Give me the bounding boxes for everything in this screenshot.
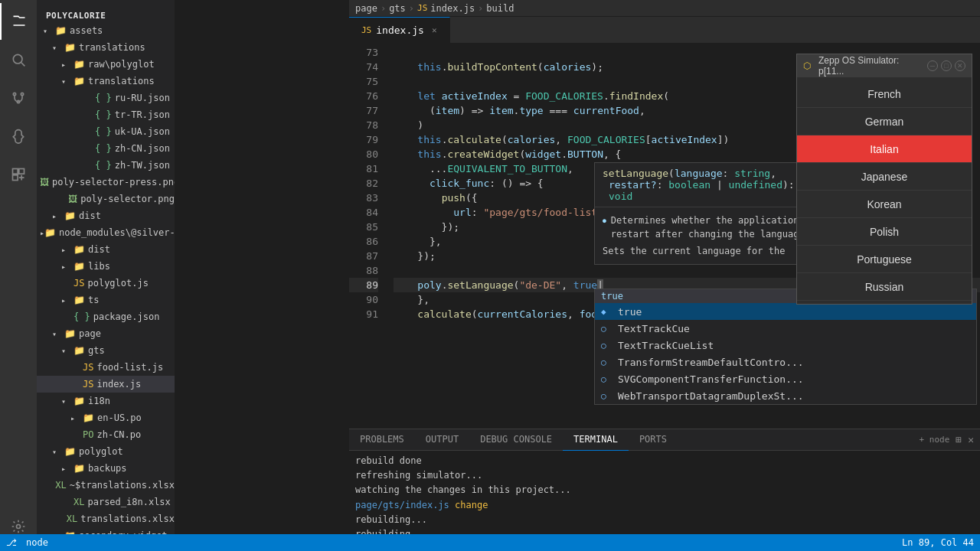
sim-lang-korean[interactable]: Korean [797,191,972,218]
tree-translations[interactable]: ▾📁translations [37,39,175,56]
sidebar-icon-extensions[interactable] [0,156,37,193]
sidebar-icons [0,0,37,551]
breadcrumb-build[interactable]: build [486,3,514,14]
sim-lang-portuguese[interactable]: Portuguese [797,246,972,273]
tree-label: translations [79,42,145,53]
tree-label: poly-selector-press.png [52,177,175,187]
tree-i18n[interactable]: ▾📁i18n [37,393,175,409]
tree-zh-CN-po[interactable]: POzh-CN.po [37,426,175,443]
tree-backups[interactable]: ▸📁backups [37,460,175,477]
tree-raw-polyglot[interactable]: ▸📁raw\polyglot [37,56,175,73]
tree-label: index.js [96,379,141,390]
sidebar-icon-files[interactable] [0,3,37,40]
svg-point-3 [21,93,23,95]
tab-problems[interactable]: PROBLEMS [349,429,415,451]
tree-label: backups [88,463,127,474]
terminal-split-icon[interactable]: ⊞ [956,434,962,445]
tree-dist[interactable]: ▸📁dist [37,207,175,224]
sim-maximize-button[interactable]: □ [941,60,952,71]
ac-header-label: true [601,291,623,302]
ac-text-svg: SVGComponentTransferFunction... [618,373,804,385]
tab-close-icon[interactable]: ✕ [432,25,437,35]
ac-item-texttrackl[interactable]: ○ TextTrackCueList [595,337,976,354]
terminal-close-icon[interactable]: ✕ [968,434,974,445]
tree-polyglot-folder[interactable]: ▾📁polyglot [37,443,175,460]
sim-lang-russian[interactable]: Russian [797,273,972,301]
tab-output[interactable]: OUTPUT [415,429,469,451]
panel-tabs: PROBLEMS OUTPUT DEBUG CONSOLE TERMINAL P… [349,429,980,451]
breadcrumb-gts[interactable]: gts [389,3,406,14]
sidebar-icon-search[interactable] [0,41,37,78]
tree-label: translations [88,76,155,86]
tree-tr-TR[interactable]: { }tr-TR.json [37,106,175,123]
tree-label: tr-TR.json [115,109,170,120]
sidebar-icon-git[interactable] [0,80,37,116]
tree-gts[interactable]: ▾📁gts [37,342,175,359]
tree-translations-xlsx[interactable]: XLtranslations.xlsx [37,510,175,527]
svg-rect-7 [13,175,18,181]
ac-item-transform[interactable]: ○ TransformStreamDefaultContro... [595,354,976,370]
ac-item-texttrack[interactable]: ○ TextTrackCue [595,320,976,337]
tree-assets[interactable]: ▾📁assets [37,22,175,39]
tab-ports[interactable]: PORTS [629,429,678,451]
breadcrumb-file[interactable]: index.js [430,3,475,14]
tree-trans-sub[interactable]: ▾📁translations [37,73,175,90]
sim-close-button[interactable]: ✕ [955,60,965,71]
tree-label: zh-TW.json [115,160,170,171]
tooltip-fn-name: setLanguage [603,168,668,179]
tree-ts[interactable]: ▸📁ts [37,292,175,308]
tree-zh-TW[interactable]: { }zh-TW.json [37,157,175,174]
sim-lang-german[interactable]: German [797,108,972,135]
sidebar-icon-debug[interactable] [0,118,37,155]
tree-poly-press[interactable]: 🖼poly-selector-press.png [37,174,175,191]
tree-label: translations.xlsx [80,514,175,524]
tab-index-js[interactable]: JS index.js ✕ [349,17,450,44]
ac-icon-texttrackl: ○ [601,341,612,350]
tree-label: food-list.js [96,362,163,373]
svg-point-2 [13,93,15,95]
project-title: POLYCALORIE [37,5,175,22]
tab-debug[interactable]: DEBUG CONSOLE [469,429,563,451]
ac-text-texttrack: TextTrackCue [618,323,690,334]
tree-en-US-po[interactable]: ▸📁en-US.po [37,409,175,426]
tree-label: uk-UA.json [115,126,170,137]
tree-package-nm[interactable]: { }package.json [37,308,175,325]
ac-item-true[interactable]: ◆ true [595,303,976,320]
tree-label: polyglot.js [87,278,148,289]
tree-label: dist [88,244,110,255]
tree-food-list[interactable]: JSfood-list.js [37,359,175,376]
tree-trans-xlsx-tilde[interactable]: XL~$translations.xlsx [37,477,175,494]
tree-zh-CN[interactable]: { }zh-CN.json [37,140,175,157]
tree-uk-UA[interactable]: { }uk-UA.json [37,123,175,140]
tree-node-modules[interactable]: ▸📁node_modules\@silver-... [37,224,175,241]
ac-text-webtransport: WebTransportDatagramDuplexSt... [618,390,804,402]
sim-titlebar: ⬡ Zepp OS Simulator: p[11... ─ □ ✕ [797,54,972,77]
svg-point-8 [17,525,21,529]
breadcrumb-page[interactable]: page [355,3,377,14]
tree-ru-RU[interactable]: { }ru-RU.json [37,90,175,106]
tree-index-js[interactable]: JSindex.js [37,376,175,393]
sim-lang-japanese[interactable]: Japanese [797,163,972,191]
ac-text-true: true [618,306,642,318]
tree-label: page [79,328,101,339]
ac-item-webtransport[interactable]: ○ WebTransportDatagramDuplexSt... [595,387,976,404]
sim-minimize-button[interactable]: ─ [927,60,938,71]
tree-polyglotjs[interactable]: JSpolyglot.js [37,275,175,292]
terminal-add-button[interactable]: + node [920,435,950,445]
tree-label: raw\polyglot [88,59,155,70]
tree-label: i18n [88,396,110,406]
tree-label: polyglot [79,446,123,457]
tree-poly-sel[interactable]: 🖼poly-selector.png [37,191,175,207]
sim-lang-italian[interactable]: Italian [797,135,972,163]
tab-terminal[interactable]: TERMINAL [563,429,629,451]
tree-libs[interactable]: ▸📁libs [37,258,175,275]
ac-item-svg[interactable]: ○ SVGComponentTransferFunction... [595,370,976,387]
sim-lang-polish[interactable]: Polish [797,218,972,246]
tree-page[interactable]: ▾📁page [37,325,175,342]
breadcrumb: page › gts › JS index.js › build [349,0,980,17]
tree-label: zh-CN.json [115,143,170,154]
tree-parsed[interactable]: XLparsed_i8n.xlsx [37,494,175,510]
tree-dist2[interactable]: ▸📁dist [37,241,175,258]
sim-lang-french[interactable]: French [797,80,972,108]
status-position[interactable]: Ln 89, Col 44 [902,537,974,548]
